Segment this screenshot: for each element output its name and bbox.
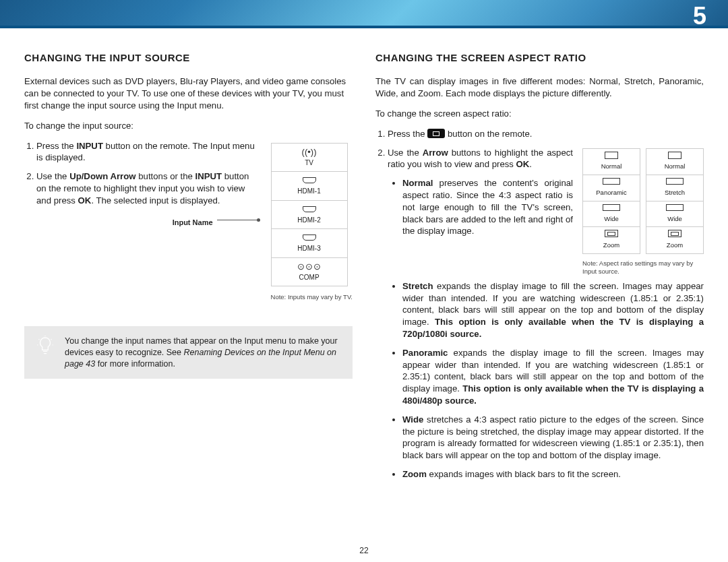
input-note: Note: Inputs may vary by TV. bbox=[271, 293, 353, 302]
t: button on the remote. bbox=[445, 129, 532, 139]
label: TV bbox=[305, 159, 313, 166]
row-zoom: Zoom bbox=[646, 227, 703, 253]
chapter-number: 5 bbox=[693, 2, 706, 30]
mode-stretch: Stretch expands the display image to fil… bbox=[402, 280, 704, 340]
input-menu-column: ((•)) TV HDMI-1 HDMI-2 HDMI-3 bbox=[271, 140, 353, 302]
page-number: 22 bbox=[0, 546, 728, 555]
lead-aspect: To change the screen aspect ratio: bbox=[375, 108, 704, 120]
nm: Wide bbox=[402, 414, 423, 425]
input-row-hdmi1: HDMI-1 bbox=[272, 172, 347, 201]
l: Zoom bbox=[603, 241, 619, 249]
ok-bold: OK bbox=[516, 159, 530, 169]
row-stretch: Stretch bbox=[646, 175, 703, 201]
l: Wide bbox=[667, 215, 682, 222]
row-wide: Wide bbox=[583, 201, 640, 228]
label: HDMI-3 bbox=[297, 245, 320, 252]
rect-icon bbox=[605, 230, 618, 237]
l: Wide bbox=[604, 215, 619, 222]
arrow-bold: Arrow bbox=[423, 148, 448, 158]
steps-aspect: Press the button on the remote. bbox=[375, 128, 704, 140]
input-bold: INPUT bbox=[76, 141, 103, 151]
rect-icon bbox=[668, 230, 681, 237]
rect-icon bbox=[668, 152, 681, 159]
l: Stretch bbox=[665, 189, 685, 196]
input-bold: INPUT bbox=[195, 171, 222, 181]
hdmi-icon bbox=[272, 233, 347, 243]
label: COMP bbox=[299, 274, 320, 281]
mode-list-inline: Normal preserves the content's original … bbox=[388, 177, 573, 237]
content-area: CHANGING THE INPUT SOURCE External devic… bbox=[0, 28, 728, 487]
step-1: Press the button on the remote. bbox=[388, 128, 704, 140]
antenna-icon: ((•)) bbox=[272, 148, 347, 157]
l: Normal bbox=[601, 162, 622, 170]
header-bar: 5 bbox=[0, 0, 728, 28]
label: HDMI-1 bbox=[297, 187, 320, 195]
callout-line bbox=[217, 220, 259, 220]
mode-panoramic: Panoramic expands the display image to f… bbox=[402, 347, 704, 407]
t: Use the bbox=[36, 171, 69, 181]
ok-bold: OK bbox=[78, 195, 92, 206]
input-row-hdmi2: HDMI-2 bbox=[272, 201, 347, 230]
step-2: Use the Arrow buttons to highlight the a… bbox=[388, 147, 573, 238]
nm: Stretch bbox=[402, 281, 433, 291]
step-2: Use the Up/Down Arrow buttons or the INP… bbox=[36, 170, 259, 206]
step-1: Press the INPUT button on the remote. Th… bbox=[36, 140, 259, 164]
rect-icon bbox=[605, 152, 618, 159]
mode-normal: Normal preserves the content's original … bbox=[402, 177, 573, 237]
steps-aspect-cont: Use the Arrow buttons to highlight the a… bbox=[375, 147, 573, 238]
mode-list: Stretch expands the display image to fil… bbox=[388, 280, 704, 480]
t: Press the bbox=[36, 141, 76, 151]
component-icon: ⊙⊙⊙ bbox=[272, 262, 347, 272]
rect-icon bbox=[666, 178, 684, 185]
row-wide: Wide bbox=[646, 201, 703, 228]
row-normal: Normal bbox=[646, 149, 703, 176]
bold-note: This option is only available when the T… bbox=[402, 317, 704, 339]
input-row-comp: ⊙⊙⊙ COMP bbox=[272, 258, 347, 286]
left-column: CHANGING THE INPUT SOURCE External devic… bbox=[24, 51, 353, 487]
t: . bbox=[529, 159, 532, 169]
intro-input-source: External devices such as DVD players, Bl… bbox=[24, 75, 353, 111]
aspect-note: Note: Aspect ratio settings may vary by … bbox=[582, 259, 704, 276]
aspect-panels-wrap: Normal Panoramic Wide Zoom Normal Stretc… bbox=[582, 147, 704, 276]
aspect-button-icon bbox=[427, 129, 445, 138]
t: stretches a 4:3 aspect ratio picture to … bbox=[402, 414, 704, 460]
arrow-bold: Up/Down Arrow bbox=[69, 171, 135, 181]
rect-icon bbox=[666, 204, 684, 211]
mode-wide: Wide stretches a 4:3 aspect ratio pictur… bbox=[402, 414, 704, 462]
t: buttons or the bbox=[136, 171, 195, 181]
lead-input-source: To change the input source: bbox=[24, 120, 353, 132]
aspect-panel-1: Normal Panoramic Wide Zoom bbox=[582, 148, 640, 255]
heading-input-source: CHANGING THE INPUT SOURCE bbox=[24, 51, 353, 65]
row-normal: Normal bbox=[583, 149, 640, 176]
l: Zoom bbox=[667, 241, 683, 249]
mode-zoom: Zoom expands images with black bars to f… bbox=[402, 468, 704, 480]
row-panoramic: Panoramic bbox=[583, 175, 640, 201]
input-row-hdmi3: HDMI-3 bbox=[272, 229, 347, 258]
steps-input-source: Press the INPUT button on the remote. Th… bbox=[24, 140, 259, 207]
t: . The selected input is displayed. bbox=[91, 195, 220, 206]
input-name-label: Input Name bbox=[173, 218, 213, 228]
hdmi-icon bbox=[272, 176, 347, 185]
nm: Zoom bbox=[402, 469, 427, 479]
intro-aspect: The TV can display images in five differ… bbox=[375, 75, 704, 100]
heading-aspect-ratio: CHANGING THE SCREEN ASPECT RATIO bbox=[375, 51, 704, 65]
t: for more information. bbox=[95, 359, 175, 369]
t: Press the bbox=[388, 129, 427, 139]
nm: Normal bbox=[402, 178, 433, 188]
input-menu: ((•)) TV HDMI-1 HDMI-2 HDMI-3 bbox=[271, 143, 348, 287]
t: Use the bbox=[388, 148, 423, 158]
tip-text: You change the input names that appear o… bbox=[65, 336, 342, 370]
l: Panoramic bbox=[596, 189, 626, 196]
input-name-callout: Input Name bbox=[24, 214, 259, 228]
aspect-panel-2: Normal Stretch Wide Zoom bbox=[646, 148, 704, 255]
input-row-tv: ((•)) TV bbox=[272, 144, 347, 173]
l: Normal bbox=[665, 162, 686, 170]
rect-icon bbox=[603, 178, 620, 185]
nm: Panoramic bbox=[402, 348, 448, 358]
label: HDMI-2 bbox=[297, 216, 320, 224]
rect-icon bbox=[603, 204, 620, 211]
t: expands images with black bars to fit th… bbox=[427, 469, 621, 479]
lightbulb-icon bbox=[36, 336, 55, 370]
tip-box: You change the input names that appear o… bbox=[24, 326, 353, 379]
row-zoom: Zoom bbox=[583, 227, 640, 253]
